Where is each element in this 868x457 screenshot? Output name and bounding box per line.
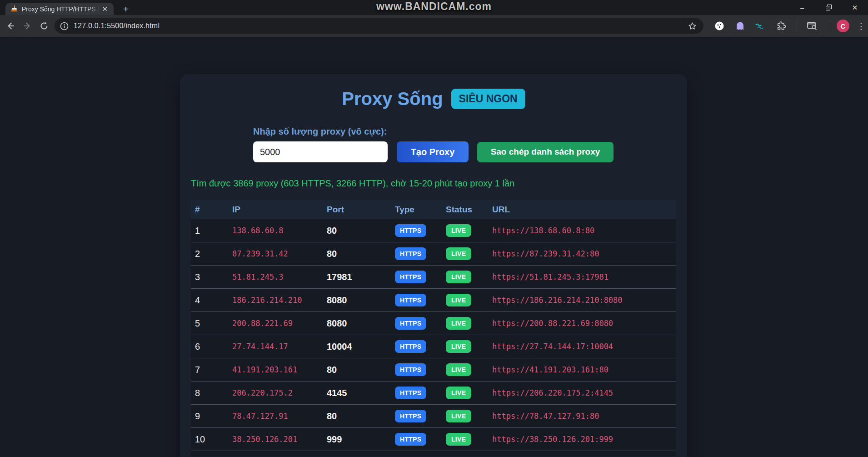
row-index: 3	[195, 272, 232, 282]
url-text[interactable]: 127.0.0.1:5500/index.html	[74, 22, 160, 30]
table-row: 4 186.216.214.210 8080 HTTPS LIVE https:…	[191, 289, 676, 312]
browser-tab[interactable]: Proxy Sống HTTP/HTTPS | TIENI ✕	[5, 3, 114, 15]
row-status: LIVE	[446, 433, 492, 446]
copy-proxy-list-button[interactable]: Sao chép danh sách proxy	[477, 142, 614, 162]
row-url: https://78.47.127.91:80	[492, 412, 676, 421]
type-badge: HTTPS	[395, 363, 426, 376]
row-port: 80	[327, 411, 395, 422]
row-index: 2	[195, 249, 232, 259]
bandicam-watermark: www.BANDICAM.com	[376, 0, 492, 13]
row-type: HTTPS	[395, 387, 446, 399]
row-ip: 27.74.144.17	[232, 342, 327, 351]
row-type: HTTPS	[395, 410, 446, 422]
proxy-table: # IP Port Type Status URL 1 138.68.60.8 …	[191, 200, 676, 457]
table-row: 1 138.68.60.8 80 HTTPS LIVE https://138.…	[191, 219, 676, 242]
row-port: 10004	[327, 341, 395, 352]
favicon-cake-icon	[10, 5, 18, 13]
row-ip: 87.239.31.42	[232, 249, 327, 258]
extension-waves-icon[interactable]	[753, 20, 765, 32]
row-index: 5	[195, 318, 232, 329]
row-status: LIVE	[446, 340, 492, 353]
close-window-button[interactable]: ✕	[842, 0, 868, 15]
row-status: LIVE	[446, 247, 492, 260]
reload-button[interactable]	[39, 20, 50, 31]
extension-ghost-icon[interactable]	[734, 20, 746, 32]
row-type: HTTPS	[395, 340, 446, 353]
quantity-input[interactable]	[253, 141, 388, 162]
proxy-card: Proxy Sống SIÊU NGON Nhập số lượng proxy…	[180, 74, 687, 457]
row-url: https://87.239.31.42:80	[492, 249, 676, 258]
row-type: HTTPS	[395, 247, 446, 260]
extensions-puzzle-icon[interactable]	[776, 20, 788, 32]
live-badge: LIVE	[446, 247, 471, 260]
row-type: HTTPS	[395, 317, 446, 330]
browser-menu-icon[interactable]: ⋮	[856, 20, 866, 32]
row-status: LIVE	[446, 294, 492, 306]
table-row: 9 78.47.127.91 80 HTTPS LIVE https://78.…	[191, 405, 676, 428]
table-row: 10 38.250.126.201 999 HTTPS LIVE https:/…	[191, 428, 676, 451]
type-badge: HTTPS	[395, 294, 426, 306]
row-status: LIVE	[446, 387, 492, 399]
address-bar[interactable]: 127.0.0.1:5500/index.html	[55, 18, 703, 34]
row-status: LIVE	[446, 224, 492, 237]
row-port: 80	[327, 226, 395, 236]
extension-cookie-icon[interactable]	[713, 20, 725, 32]
table-header: # IP Port Type Status URL	[191, 200, 676, 219]
row-port: 8080	[327, 295, 395, 306]
devtools-inspect-icon[interactable]	[806, 20, 818, 32]
quantity-label: Nhập số lượng proxy (vô cực):	[253, 126, 687, 137]
row-url: https://186.216.214.210:8080	[492, 296, 676, 305]
forward-button[interactable]	[22, 20, 33, 31]
create-proxy-button[interactable]: Tạo Proxy	[397, 141, 469, 162]
row-index: 8	[195, 388, 232, 398]
new-tab-button[interactable]: +	[119, 3, 133, 15]
row-port: 17981	[327, 272, 395, 282]
row-url: https://41.191.203.161:80	[492, 365, 676, 374]
tab-close-icon[interactable]: ✕	[100, 5, 110, 13]
live-badge: LIVE	[446, 340, 471, 353]
restore-button[interactable]	[815, 0, 842, 15]
row-type: HTTPS	[395, 294, 446, 306]
row-url: https://27.74.144.17:10004	[492, 342, 676, 351]
type-badge: HTTPS	[395, 340, 426, 353]
row-port: 4145	[327, 388, 395, 398]
profile-avatar[interactable]: C	[837, 20, 849, 32]
type-badge: HTTPS	[395, 317, 426, 330]
browser-toolbar: 127.0.0.1:5500/index.html C ⋮	[0, 15, 868, 37]
table-row: 3 51.81.245.3 17981 HTTPS LIVE https://5…	[191, 266, 676, 289]
row-url: https://200.88.221.69:8080	[492, 319, 676, 328]
table-body: 1 138.68.60.8 80 HTTPS LIVE https://138.…	[191, 219, 676, 451]
row-port: 8080	[327, 318, 395, 329]
row-url: https://51.81.245.3:17981	[492, 272, 676, 281]
row-url: https://38.250.126.201:999	[492, 435, 676, 444]
live-badge: LIVE	[446, 294, 471, 306]
table-row: 6 27.74.144.17 10004 HTTPS LIVE https://…	[191, 335, 676, 358]
row-port: 80	[327, 249, 395, 259]
row-ip: 78.47.127.91	[232, 412, 327, 421]
back-button[interactable]	[5, 20, 16, 31]
row-port: 80	[327, 365, 395, 375]
live-badge: LIVE	[446, 363, 471, 376]
live-badge: LIVE	[446, 317, 471, 330]
row-ip: 206.220.175.2	[232, 388, 327, 397]
window-controls: – ✕	[789, 0, 868, 15]
minimize-button[interactable]: –	[789, 0, 815, 15]
row-index: 10	[195, 434, 232, 445]
row-ip: 200.88.221.69	[232, 319, 327, 328]
page-title: Proxy Sống	[342, 89, 443, 109]
site-info-icon[interactable]	[60, 22, 69, 30]
type-badge: HTTPS	[395, 433, 426, 446]
row-status: LIVE	[446, 363, 492, 376]
live-badge: LIVE	[446, 433, 471, 446]
title-badge: SIÊU NGON	[451, 89, 525, 109]
bookmark-star-icon[interactable]	[688, 21, 697, 31]
col-header-ip: IP	[232, 205, 327, 215]
row-index: 4	[195, 295, 232, 306]
row-ip: 138.68.60.8	[232, 226, 327, 235]
type-badge: HTTPS	[395, 247, 426, 260]
live-badge: LIVE	[446, 410, 471, 422]
row-ip: 51.81.245.3	[232, 272, 327, 281]
row-status: LIVE	[446, 410, 492, 422]
row-type: HTTPS	[395, 224, 446, 237]
toolbar-separator	[830, 21, 830, 30]
